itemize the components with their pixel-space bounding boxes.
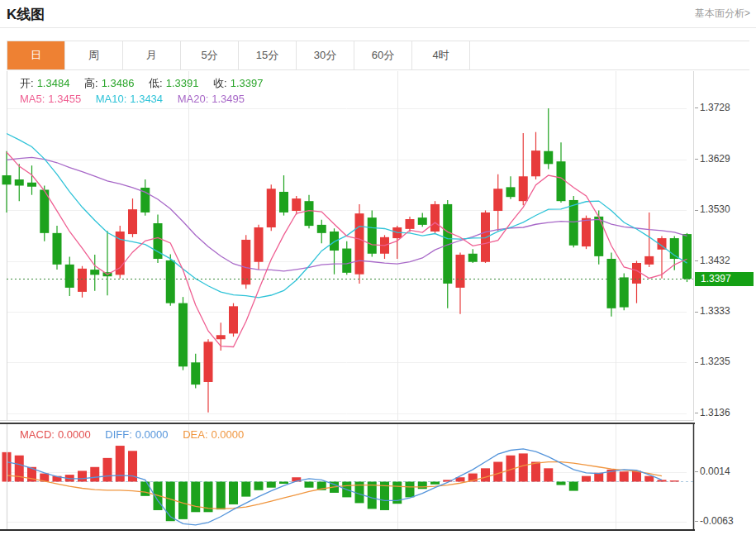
tab-day[interactable]: 日 (7, 41, 65, 69)
period-tabbar: 日周月5分15分30分60分4时 (7, 41, 749, 70)
price-axis-label: 1.3629 (695, 153, 730, 165)
ohlc-legend: 开:1.3484 高:1.3486 低:1.3391 收:1.3397 (20, 76, 266, 91)
ma10-label: MA10: (96, 93, 127, 105)
diff-label: DIFF: (105, 428, 132, 441)
page-title: K线图 (7, 5, 45, 24)
ma5-label: MA5: (20, 93, 45, 105)
tab-week[interactable]: 周 (65, 41, 123, 69)
price-axis-label: 1.3530 (695, 203, 730, 215)
ma5-value: 1.3455 (48, 93, 81, 105)
high-value: 1.3486 (102, 77, 135, 89)
price-axis-label: 1.3235 (695, 356, 730, 367)
low-value: 1.3391 (166, 77, 199, 89)
tab-5min[interactable]: 5分 (181, 41, 239, 69)
dea-label: DEA: (183, 428, 207, 441)
open-label: 开: (20, 77, 34, 89)
bottom-border (0, 529, 695, 531)
tab-15min[interactable]: 15分 (239, 41, 297, 69)
macd-label: MACD: (20, 428, 55, 441)
ma-legend: MA5:1.3455 MA10:1.3434 MA20:1.3495 (20, 93, 248, 105)
ma20-value: 1.3495 (212, 93, 245, 105)
price-axis-label: 1.3333 (695, 305, 730, 317)
ma20-label: MA20: (178, 93, 209, 105)
tabbar-filler (470, 41, 749, 69)
macd-legend: MACD:0.0000 DIFF:0.0000 DEA:0.0000 (20, 428, 247, 441)
header: K线图 基本面分析> (0, 0, 756, 28)
high-label: 高: (84, 77, 98, 89)
dea-value: 0.0000 (212, 428, 245, 441)
open-value: 1.3484 (37, 77, 70, 89)
close-label: 收: (213, 77, 227, 89)
price-axis-label: 1.3432 (695, 255, 730, 266)
macd-axis-label: -0.0063 (695, 515, 734, 527)
close-value: 1.3397 (231, 77, 264, 89)
tab-30min[interactable]: 30分 (297, 41, 354, 69)
tab-4hour[interactable]: 4时 (412, 41, 470, 69)
tab-60min[interactable]: 60分 (354, 41, 412, 69)
fundamental-analysis-link[interactable]: 基本面分析> (695, 7, 750, 21)
ma10-value: 1.3434 (130, 93, 163, 105)
current-price-tag: 1.3397 (695, 272, 754, 286)
price-axis-label: 1.3728 (695, 102, 730, 113)
low-label: 低: (149, 77, 163, 89)
price-axis-label: 1.3136 (695, 407, 730, 418)
tab-month[interactable]: 月 (123, 41, 181, 69)
macd-axis-label: 0.0014 (695, 466, 730, 477)
candlestick-chart-canvas[interactable] (0, 71, 695, 421)
diff-value: 0.0000 (136, 428, 169, 441)
macd-value: 0.0000 (58, 428, 91, 441)
